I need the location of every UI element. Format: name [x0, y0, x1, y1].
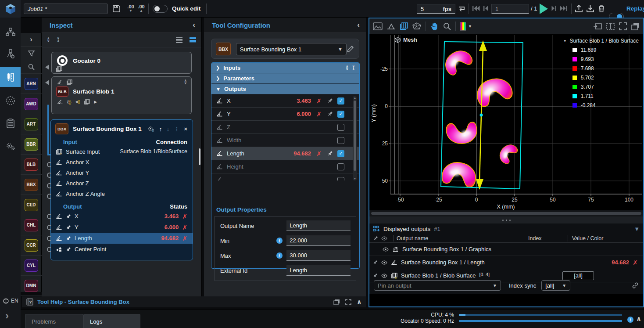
tool-palette-item[interactable]: ARN [21, 74, 42, 94]
panel-splitter[interactable] [369, 216, 643, 223]
scroll-up-arrow[interactable]: ▲ [354, 97, 356, 99]
visibility-eye-icon[interactable] [383, 247, 389, 252]
output-port[interactable] [47, 225, 51, 232]
collapse-panel-button[interactable]: ‹ [193, 21, 195, 29]
pin-icon[interactable] [373, 260, 378, 265]
nav-system-topology[interactable] [0, 23, 21, 41]
surface-bounding-box-node[interactable]: BBX Surface Bounding Box 1 [] ↑ ↓ ⋮ × In… [50, 119, 193, 260]
scroll-down-arrow[interactable]: ▼ [354, 177, 356, 180]
output-list-row[interactable]: Height [211, 160, 359, 173]
output-port[interactable] [47, 214, 51, 221]
pan-tool-button[interactable] [430, 22, 439, 31]
external-id-field[interactable]: Length [286, 265, 351, 276]
output-list-row[interactable]: Width [211, 134, 359, 147]
visibility-eye-icon[interactable] [381, 274, 387, 278]
tool-palette-item[interactable]: CED [21, 195, 42, 215]
fps-input[interactable]: 5 fps [417, 4, 455, 14]
card-view-button[interactable] [190, 37, 196, 43]
mesh-view-button[interactable] [412, 22, 421, 30]
link-views-button[interactable] [632, 282, 639, 289]
collapse-section-button[interactable]: ▼ [634, 226, 640, 232]
output-row-selected[interactable]: Length 94.682 ✗ [51, 233, 193, 244]
info-icon[interactable]: i [627, 317, 633, 323]
more-outputs-icon[interactable]: ▶ [94, 100, 97, 104]
displayed-output-row[interactable]: Surface Bounding Box 1 / Length 94.682 ✗ [369, 256, 643, 269]
list-scrollbar[interactable]: ▲ ▼ [353, 96, 357, 180]
tab-problems[interactable]: Problems [25, 314, 83, 328]
input-row[interactable]: Anchor X [51, 157, 193, 167]
nav-measure-inspect[interactable] [0, 67, 21, 87]
previous-frame-button[interactable] [483, 5, 489, 11]
gocator-node[interactable]: Gocator 0 [51, 52, 192, 74]
tool-palette-item[interactable]: BBR [21, 134, 42, 155]
tool-palette-item[interactable]: CHL [21, 215, 42, 235]
tool-help-bar[interactable]: ? Tool Help - Surface Bounding Box ∧ [22, 296, 366, 307]
pin-icon[interactable] [64, 214, 72, 219]
collapse-all-button[interactable]: ∨∧ [57, 37, 60, 43]
inputs-section-header[interactable]: ❯ Inputs ∧∨ ∨∧ [211, 63, 359, 73]
parameters-section-header[interactable]: ❯ Parameters [211, 73, 359, 84]
pop-out-help-button[interactable] [333, 299, 340, 305]
filter-tools-button[interactable] [21, 47, 42, 60]
export-replay-button[interactable] [575, 4, 583, 13]
pin-icon[interactable] [64, 247, 72, 252]
info-icon[interactable]: i [276, 252, 283, 259]
pin-icon[interactable] [64, 225, 72, 230]
output-enabled-checkbox[interactable] [337, 124, 344, 131]
output-row[interactable]: Y 6.000 ✗ [51, 222, 193, 233]
expand-palette-button[interactable]: › [21, 33, 42, 47]
video-view-button[interactable] [373, 22, 383, 30]
fullscreen-help-button[interactable] [345, 299, 351, 305]
tool-palette-item[interactable]: BLB [21, 155, 42, 175]
output-list-row-partial[interactable] [211, 173, 359, 180]
panel-scrollbar[interactable] [199, 148, 200, 165]
loop-playback-button[interactable] [457, 4, 466, 12]
pin-icon[interactable] [373, 273, 378, 278]
expand-all-button[interactable]: ∧∨ [47, 37, 50, 43]
compact-view-button[interactable] [176, 37, 182, 43]
move-up-button[interactable]: ↑ [159, 126, 162, 133]
outputs-section-header[interactable]: ▼ Outputs [211, 84, 359, 94]
input-row[interactable]: Anchor Z [51, 178, 193, 188]
input-port[interactable] [47, 173, 51, 180]
collapse-panel-button[interactable]: ‹ [357, 21, 360, 29]
legend-title-row[interactable]: ▼ Surface Blob 1 / Blob Surface [563, 38, 639, 44]
output-row[interactable]: Center Point [51, 244, 193, 255]
input-row[interactable]: [] Surface Input Surface Blob 1/BlobSurf… [51, 146, 193, 157]
index-sync-dropdown[interactable]: [all] ▼ [541, 280, 570, 291]
profile-view-button[interactable] [387, 23, 396, 30]
output-port[interactable] [47, 247, 51, 254]
info-icon[interactable]: i [276, 238, 283, 244]
collapse-sections-button[interactable]: ∨∧ [352, 65, 355, 71]
tool-palette-item[interactable]: ART [21, 114, 42, 134]
nav-models[interactable] [0, 91, 21, 110]
node-menu-button[interactable]: ⋮ [174, 126, 179, 132]
search-tools-button[interactable] [21, 60, 42, 74]
tool-settings-icon[interactable]: [] [147, 126, 154, 132]
output-enabled-checkbox[interactable] [337, 137, 344, 144]
output-enabled-checkbox[interactable]: ✓ [337, 111, 344, 118]
pin-output-dropdown[interactable]: Pin an output ▼ [374, 280, 501, 291]
pin-icon[interactable] [64, 236, 72, 241]
rename-tool-button[interactable] [347, 45, 354, 53]
output-enabled-checkbox[interactable] [337, 163, 344, 170]
input-row[interactable]: Anchor Y [51, 167, 193, 178]
skip-to-start-button[interactable] [472, 5, 480, 11]
output-enabled-checkbox[interactable] [337, 177, 344, 180]
colormap-selector[interactable]: ▼ [460, 22, 472, 31]
move-down-button[interactable]: ↓ [166, 126, 169, 133]
pin-icon[interactable] [327, 98, 333, 104]
pin-icon[interactable] [327, 151, 333, 156]
input-port[interactable] [47, 162, 51, 169]
min-field[interactable]: 22.000 [286, 235, 351, 246]
surface-blob-node[interactable]: ∧∨ BLB Surface Blob 1 ℓ{} ◂{} ▶ [51, 76, 192, 114]
tool-palette-item[interactable]: CCR [21, 235, 42, 256]
tool-palette-item[interactable]: BBX [21, 175, 42, 195]
nav-reports[interactable] [0, 114, 21, 133]
visibility-eye-icon[interactable] [381, 260, 387, 265]
delete-replay-button[interactable] [597, 4, 605, 13]
frame-number-input[interactable]: 1 [491, 4, 529, 14]
collapse-node-button[interactable]: ∧∨ [184, 79, 187, 85]
layout-views-button[interactable] [631, 22, 640, 30]
surface-plot-area[interactable]: -50 -25 0 25 50 75 100 X (mm) -25 0 25 5… [369, 34, 643, 210]
